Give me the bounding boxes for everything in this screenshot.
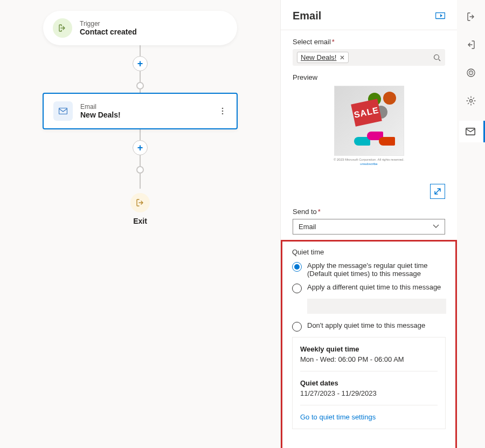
svg-rect-0 [59, 108, 67, 114]
chip-text: New Deals! [301, 53, 336, 61]
send-to-select[interactable]: Email [293, 219, 445, 235]
side-rail [457, 0, 485, 448]
selected-email-chip[interactable]: New Deals! ✕ [297, 52, 349, 63]
journey-canvas[interactable]: Trigger Contact created + Email New Deal… [0, 0, 280, 448]
connector-node-2 [136, 166, 144, 174]
enter-arrow-icon [53, 18, 72, 38]
svg-point-8 [470, 72, 472, 73]
rail-mail-icon[interactable] [459, 121, 485, 142]
radio-apply-different[interactable]: Apply a different quiet time to this mes… [292, 283, 446, 293]
select-email-input[interactable]: New Deals! ✕ [293, 49, 445, 66]
trigger-tile[interactable]: Trigger Contact created [43, 11, 237, 45]
rail-gear-icon[interactable] [460, 93, 482, 109]
radio-dont-apply[interactable]: Don't apply quiet time to this message [292, 321, 446, 332]
add-step-button[interactable]: + [133, 56, 148, 71]
quiet-time-summary: Weekly quiet time Mon - Wed: 06:00 PM - … [292, 337, 446, 429]
quiet-dates-header: Quiet dates [300, 379, 438, 387]
email-properties-panel: Email Select email* New Deals! ✕ Preview… [280, 0, 457, 448]
select-email-label: Select email* [293, 38, 445, 46]
svg-point-1 [222, 108, 224, 109]
email-preview: SALE © 2023 Microsoft Corporation. All r… [293, 86, 445, 199]
add-step-button-2[interactable]: + [133, 140, 148, 155]
trigger-title: Contact created [80, 27, 137, 36]
tile-more-button[interactable] [218, 104, 227, 118]
email-tile[interactable]: Email New Deals! [43, 93, 238, 129]
panel-title: Email [293, 10, 321, 22]
weekly-quiet-header: Weekly quiet time [300, 345, 438, 353]
trigger-type-label: Trigger [80, 20, 137, 27]
panel-header-action-icon[interactable] [435, 12, 445, 20]
expand-preview-button[interactable] [430, 184, 445, 199]
exit-arrow-icon [130, 193, 150, 212]
preview-label: Preview [293, 73, 445, 81]
quiet-time-settings-link[interactable]: Go to quiet time settings [300, 413, 438, 421]
weekly-quiet-value: Mon - Wed: 06:00 PM - 06:00 AM [300, 355, 438, 363]
svg-point-3 [222, 113, 224, 115]
quiet-time-label: Quiet time [292, 248, 446, 256]
rail-target-icon[interactable] [460, 65, 482, 81]
chevron-down-icon [433, 224, 439, 229]
exit-tile[interactable]: Exit [0, 193, 280, 225]
connector-node [136, 82, 144, 89]
radio-indicator [292, 284, 302, 293]
svg-point-9 [470, 100, 473, 102]
email-type-label: Email [80, 103, 121, 111]
rail-exit-icon[interactable] [460, 37, 482, 53]
svg-point-5 [434, 54, 439, 59]
send-to-value: Email [299, 223, 316, 231]
rail-enter-icon[interactable] [460, 9, 482, 25]
search-icon[interactable] [433, 54, 441, 61]
radio-indicator [292, 322, 302, 332]
chip-remove-icon[interactable]: ✕ [340, 54, 345, 61]
quiet-time-highlight-frame: Quiet time Apply the message's regular q… [281, 240, 457, 448]
different-quiet-time-input[interactable] [307, 299, 446, 314]
exit-label: Exit [0, 217, 280, 225]
radio-indicator-checked [292, 262, 302, 272]
email-title: New Deals! [80, 111, 121, 119]
preview-thumbnail: SALE [334, 86, 404, 156]
mail-icon [53, 101, 73, 121]
quiet-dates-value: 11/27/2023 - 11/29/2023 [300, 389, 438, 397]
send-to-label: Send to* [293, 208, 445, 216]
svg-point-2 [222, 111, 224, 112]
radio-apply-regular[interactable]: Apply the message's regular quiet time (… [292, 261, 446, 278]
